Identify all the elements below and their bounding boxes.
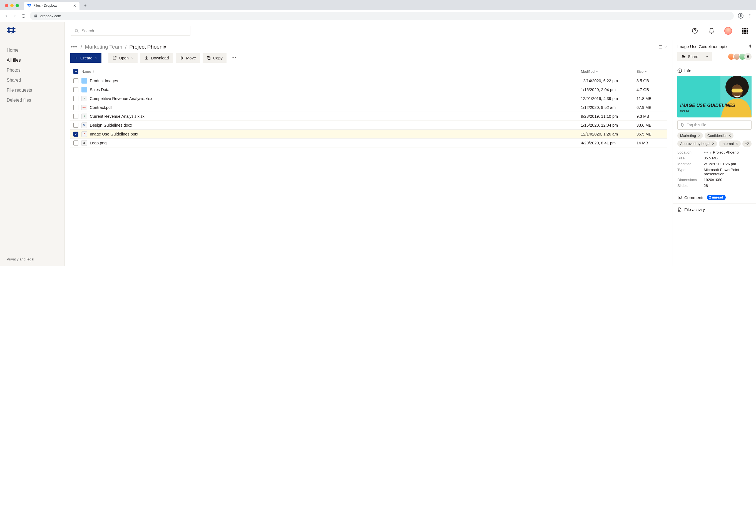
row-checkbox[interactable] bbox=[73, 132, 78, 137]
browser-menu-button[interactable] bbox=[748, 13, 752, 18]
help-button[interactable] bbox=[690, 26, 700, 36]
maximize-window-button[interactable] bbox=[15, 4, 19, 7]
remove-tag-icon[interactable]: ✕ bbox=[698, 134, 701, 138]
download-icon bbox=[144, 56, 149, 60]
preview-person-illustration bbox=[716, 76, 751, 117]
sidebar-item-file-requests[interactable]: File requests bbox=[0, 86, 65, 95]
table-row[interactable]: PImage Use Guidelines.pptx12/14/2020, 1:… bbox=[70, 130, 667, 139]
chevron-down-icon bbox=[131, 57, 134, 60]
table-row[interactable]: XCompetitive Revenue Analysis.xlsx12/01/… bbox=[70, 94, 667, 103]
remove-tag-icon[interactable]: ✕ bbox=[728, 134, 731, 138]
file-name: Competitive Revenue Analysis.xlsx bbox=[90, 96, 152, 101]
more-actions-button[interactable] bbox=[229, 55, 238, 62]
meta-type: Microsoft PowerPoint presentation bbox=[704, 168, 751, 176]
select-all-checkbox[interactable] bbox=[73, 69, 78, 74]
forward-button[interactable] bbox=[13, 13, 17, 18]
table-row[interactable]: XCurrent Revenue Analysis.xlsx9/28/2019,… bbox=[70, 112, 667, 121]
row-checkbox[interactable] bbox=[73, 78, 78, 83]
profile-button[interactable] bbox=[738, 13, 744, 19]
open-button[interactable]: Open bbox=[108, 53, 138, 63]
breadcrumb-overflow-button[interactable]: ••• bbox=[70, 44, 78, 50]
sidebar-item-all-files[interactable]: All files bbox=[0, 56, 65, 65]
column-modified-header[interactable]: Modified ▾ bbox=[581, 69, 636, 74]
file-activity-section-header[interactable]: File activity bbox=[673, 204, 756, 215]
file-size: 11.8 MB bbox=[636, 96, 667, 101]
row-checkbox[interactable] bbox=[73, 105, 78, 110]
tag-chip[interactable]: Internal✕ bbox=[719, 140, 741, 147]
copy-button[interactable]: Copy bbox=[202, 53, 227, 63]
meta-location[interactable]: ••• / Project Phoenix bbox=[704, 150, 751, 154]
file-size: 9.3 MB bbox=[636, 114, 667, 118]
tag-chip[interactable]: Approved by Legal✕ bbox=[677, 140, 717, 147]
address-bar[interactable]: dropbox.com bbox=[30, 12, 734, 20]
sidebar-item-photos[interactable]: Photos bbox=[0, 65, 65, 75]
download-button[interactable]: Download bbox=[140, 53, 173, 63]
share-dropdown-button[interactable] bbox=[702, 52, 712, 62]
collaborator-avatars[interactable]: 6 bbox=[729, 53, 751, 60]
expand-panel-button[interactable] bbox=[747, 44, 751, 49]
open-external-icon bbox=[112, 56, 117, 60]
back-button[interactable] bbox=[4, 13, 9, 18]
metadata-grid: Location ••• / Project Phoenix Size 35.5… bbox=[677, 150, 751, 188]
column-size-header[interactable]: Size ▾ bbox=[636, 69, 667, 74]
reload-button[interactable] bbox=[21, 13, 26, 18]
remove-tag-icon[interactable]: ✕ bbox=[736, 141, 739, 146]
notifications-button[interactable] bbox=[707, 26, 716, 36]
app-grid-button[interactable] bbox=[740, 26, 750, 36]
meta-size: 35.5 MB bbox=[704, 156, 751, 160]
share-row: Share 6 bbox=[673, 52, 756, 65]
content-row: ••• / Marketing Team / Project Phoenix C… bbox=[65, 40, 756, 266]
preview-sub: PEPO INC bbox=[680, 110, 689, 112]
info-section: Info IMAGE USE GUIDELINES PEPO INC bbox=[673, 65, 756, 191]
share-button[interactable]: Share bbox=[677, 52, 702, 62]
row-checkbox[interactable] bbox=[73, 114, 78, 119]
row-checkbox[interactable] bbox=[73, 96, 78, 101]
tags-more-button[interactable]: +2 bbox=[742, 140, 751, 147]
chevron-down-icon: ▾ bbox=[596, 70, 598, 73]
table-row[interactable]: ◆Logo.png4/20/2020, 8:41 pm14 MB bbox=[70, 139, 667, 147]
file-modified: 12/01/2019, 4:39 pm bbox=[581, 96, 636, 101]
breadcrumb-parent[interactable]: Marketing Team bbox=[85, 44, 122, 50]
account-avatar[interactable] bbox=[723, 26, 733, 36]
sidebar-item-deleted-files[interactable]: Deleted files bbox=[0, 95, 65, 105]
remove-tag-icon[interactable]: ✕ bbox=[712, 141, 715, 146]
meta-modified: 2/12/2020, 1:26 pm bbox=[704, 162, 751, 166]
breadcrumb: ••• / Marketing Team / Project Phoenix bbox=[70, 44, 667, 50]
minimize-window-button[interactable] bbox=[10, 4, 14, 7]
move-button[interactable]: Move bbox=[176, 53, 200, 63]
file-size: 4.7 GB bbox=[636, 88, 667, 92]
comments-section-header[interactable]: Comments 2 unread bbox=[673, 191, 756, 204]
row-checkbox[interactable] bbox=[73, 140, 78, 145]
new-tab-button[interactable]: ＋ bbox=[82, 2, 89, 9]
close-tab-icon[interactable]: ✕ bbox=[73, 4, 76, 8]
sidebar-item-home[interactable]: Home bbox=[0, 45, 65, 55]
column-name-header[interactable]: Name ↑ bbox=[81, 69, 581, 74]
dropbox-logo[interactable] bbox=[0, 27, 65, 39]
tag-chip[interactable]: Marketing✕ bbox=[677, 133, 703, 139]
file-preview-thumbnail[interactable]: IMAGE USE GUIDELINES PEPO INC bbox=[677, 76, 751, 117]
table-row[interactable]: Sales Data1/16/2020, 2:04 pm4.7 GB bbox=[70, 85, 667, 94]
tab-title: Files - Dropbox bbox=[33, 4, 57, 8]
create-button[interactable]: Create bbox=[70, 53, 101, 63]
browser-tab[interactable]: Files - Dropbox ✕ bbox=[24, 2, 79, 10]
row-checkbox[interactable] bbox=[73, 123, 78, 128]
table-row[interactable]: PDFContract.pdf1/12/2020, 9:52 am67.9 MB bbox=[70, 103, 667, 112]
tag-icon bbox=[680, 123, 685, 127]
avatar-icon bbox=[724, 27, 732, 35]
svg-point-11 bbox=[682, 55, 684, 57]
svg-point-5 bbox=[75, 29, 78, 32]
tag-input[interactable]: Tag this file bbox=[677, 120, 751, 130]
sidebar-item-shared[interactable]: Shared bbox=[0, 76, 65, 85]
close-window-button[interactable] bbox=[5, 4, 8, 7]
table-row[interactable]: Product Images12/14/2020, 6:22 pm8.5 GB bbox=[70, 76, 667, 85]
sidebar-footer-link[interactable]: Privacy and legal bbox=[0, 257, 65, 261]
view-options-button[interactable] bbox=[658, 44, 667, 49]
row-checkbox[interactable] bbox=[73, 87, 78, 92]
file-name: Current Revenue Analysis.xlsx bbox=[90, 114, 145, 118]
details-title: Image Use Guidelines.pptx bbox=[677, 44, 727, 49]
table-row[interactable]: WDesign Guidelines.docx1/16/2020, 12:04 … bbox=[70, 121, 667, 130]
tag-chip[interactable]: Confidential✕ bbox=[705, 133, 734, 139]
search-input[interactable]: Search bbox=[71, 26, 190, 36]
sort-asc-icon: ↑ bbox=[93, 69, 94, 73]
browser-chrome: Files - Dropbox ✕ ＋ dropbox.com bbox=[0, 0, 756, 22]
